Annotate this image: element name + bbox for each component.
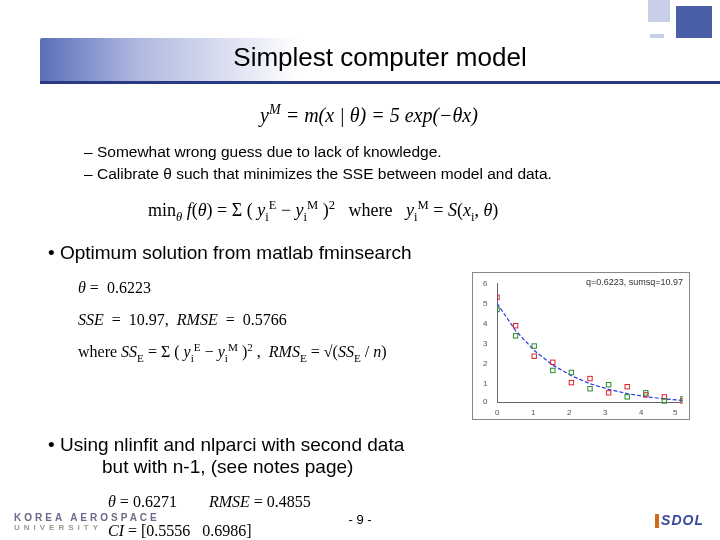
svg-rect-4 (569, 381, 573, 385)
svg-rect-13 (532, 344, 536, 348)
sub-bullet: Calibrate θ such that minimizes the SSE … (84, 163, 690, 185)
svg-rect-15 (569, 370, 573, 374)
svg-rect-18 (625, 395, 629, 399)
svg-rect-11 (497, 307, 499, 311)
svg-rect-5 (588, 377, 592, 381)
slide-body: yM = m(x | θ) = 5 exp(−θx) Somewhat wron… (48, 100, 690, 504)
optimum-block: θ = 0.6223 SSE = 10.97, RMSE = 0.5766 wh… (78, 272, 690, 432)
chart-plot-area (497, 283, 683, 405)
svg-rect-16 (588, 387, 592, 391)
svg-rect-2 (532, 354, 536, 358)
svg-rect-14 (551, 368, 555, 372)
svg-rect-7 (625, 385, 629, 389)
sub-bullet: Somewhat wrong guess due to lack of know… (84, 141, 690, 163)
svg-rect-1 (513, 324, 517, 328)
footer: KOREA AEROSPACE UNIVERSITY - 9 - SDOL (10, 512, 710, 534)
svg-rect-0 (497, 295, 499, 299)
bullet-optimum: Optimum solution from matlab fminsearch (48, 242, 690, 264)
title-bar: Simplest computer model (40, 38, 720, 84)
sub-bullet-list: Somewhat wrong guess due to lack of know… (84, 141, 690, 186)
slide-title: Simplest computer model (40, 42, 720, 73)
svg-rect-17 (606, 383, 610, 387)
svg-rect-6 (606, 391, 610, 395)
page-number: - 9 - (10, 512, 710, 527)
equation-model: yM = m(x | θ) = 5 exp(−θx) (48, 102, 690, 127)
equation-minimize: minθ f(θ) = Σ ( yiE − yiM )2 where yiM =… (148, 198, 690, 225)
svg-rect-12 (513, 334, 517, 338)
fit-chart: q=0.6223, sumsq=10.97 6 5 4 3 2 1 0 0 1 … (472, 272, 690, 420)
bullet-nlinfit: Using nlinfit and nlparci with second da… (48, 434, 690, 456)
footer-lab: SDOL (655, 512, 704, 528)
bullet-nlinfit-sub: but with n-1, (see notes page) (102, 456, 690, 478)
